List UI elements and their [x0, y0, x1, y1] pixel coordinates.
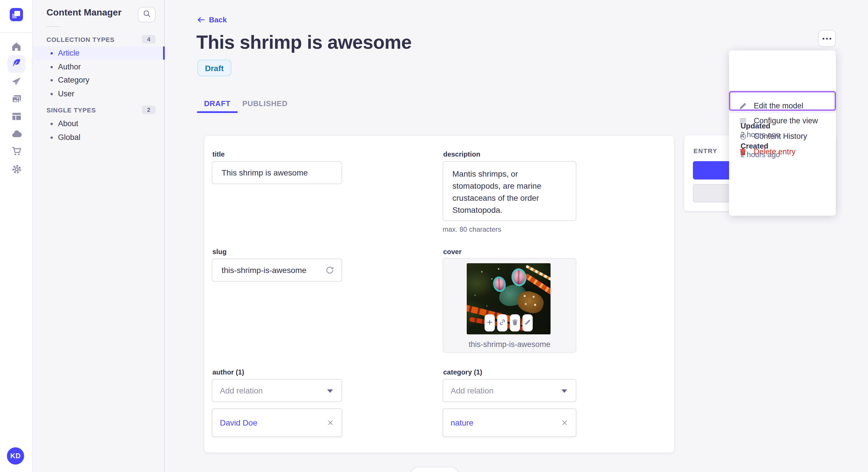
content-manager-subnav: Content Manager COLLECTION TYPES 4 Artic…	[33, 0, 165, 472]
bullet-icon	[51, 93, 53, 95]
active-tab-indicator	[197, 111, 238, 113]
search-button[interactable]	[138, 7, 156, 22]
user-avatar[interactable]: KD	[7, 447, 24, 465]
subnav-item-user[interactable]: User	[33, 87, 165, 100]
subnav-item-label: Article	[58, 49, 80, 57]
sidebar-item-content-manager[interactable]	[7, 55, 25, 73]
author-relation-combobox[interactable]: Add relation	[212, 379, 342, 402]
collection-types-count-badge: 4	[142, 35, 156, 43]
section-collection-types: COLLECTION TYPES	[46, 36, 115, 43]
relation-link[interactable]: David Doe	[220, 418, 257, 427]
pencil-icon	[524, 318, 531, 328]
subnav-item-label: About	[58, 119, 79, 128]
subnav-item-label: Global	[58, 133, 81, 142]
home-icon	[11, 42, 21, 51]
tab-published[interactable]: PUBLISHED	[238, 94, 292, 113]
subnav-item-label: Author	[58, 63, 81, 71]
chevron-down-icon	[561, 390, 567, 393]
media-actions-toolbar	[485, 314, 533, 332]
relation-link[interactable]: nature	[451, 418, 473, 427]
subnav-item-about[interactable]: About	[33, 117, 165, 130]
back-button[interactable]: Back	[197, 15, 227, 24]
more-actions-menu: Edit the model Configure the view Conten…	[729, 50, 836, 216]
tab-draft[interactable]: DRAFT	[197, 94, 238, 113]
created-value: 2 hours ago	[741, 150, 780, 159]
remove-relation-icon[interactable]	[327, 419, 334, 427]
delete-media-button[interactable]	[510, 314, 520, 332]
description-hint: max. 80 characters	[443, 225, 501, 233]
layout-icon	[11, 111, 22, 122]
strapi-logo-icon[interactable]	[10, 8, 23, 21]
active-indicator	[163, 46, 165, 60]
subnav-item-category[interactable]: Category	[33, 73, 165, 87]
cloud-icon	[11, 129, 22, 139]
content-manager-feather-icon	[11, 58, 21, 70]
subnav-title: Content Manager	[46, 7, 121, 18]
bullet-icon	[51, 136, 53, 138]
link-icon	[499, 318, 506, 328]
more-actions-button[interactable]	[818, 30, 836, 47]
tour-highlight-outline	[729, 91, 836, 111]
status-badge: Draft	[197, 60, 231, 76]
trash-icon	[512, 318, 518, 328]
edit-media-button[interactable]	[522, 314, 533, 332]
slug-field-label: slug	[212, 248, 226, 256]
section-single-types: SINGLE TYPES	[46, 107, 96, 113]
remove-relation-icon[interactable]	[561, 419, 568, 427]
gear-icon	[11, 164, 22, 174]
search-icon	[143, 9, 151, 20]
sidebar-item-deploy[interactable]	[0, 126, 33, 143]
category-field-label: category (1)	[443, 368, 482, 376]
bullet-icon	[51, 66, 53, 68]
description-field-label: description	[443, 150, 480, 158]
updated-value: 2 hours ago	[741, 130, 780, 139]
updated-label: Updated	[741, 122, 770, 130]
copy-link-button[interactable]	[497, 314, 507, 332]
bullet-icon	[51, 52, 53, 54]
description-value: Mantis shrimps, or stomatopods, are mari…	[453, 169, 541, 214]
cover-filename: this-shrimp-is-awesome	[443, 340, 577, 349]
floating-widget[interactable]	[411, 467, 458, 472]
cart-icon	[11, 146, 22, 157]
title-field-label: title	[212, 150, 225, 158]
plus-icon	[486, 318, 493, 328]
sidebar-divider	[0, 32, 33, 33]
icon-sidebar: KD	[0, 0, 33, 472]
entry-panel-heading: ENTRY	[693, 147, 718, 154]
subnav-item-label: Category	[58, 76, 90, 84]
chevron-down-icon	[327, 390, 333, 393]
category-relation-combobox[interactable]: Add relation	[443, 379, 577, 402]
cover-field-label: cover	[443, 248, 462, 256]
sidebar-item-home[interactable]	[0, 38, 33, 55]
sidebar-item-media-library[interactable]	[0, 91, 33, 108]
bullet-icon	[51, 79, 53, 81]
regenerate-slug-icon[interactable]	[326, 266, 334, 274]
description-textarea[interactable]: Mantis shrimps, or stomatopods, are mari…	[443, 161, 577, 221]
author-relation-item[interactable]: David Doe	[212, 408, 342, 437]
sidebar-item-marketplace[interactable]	[0, 143, 33, 160]
media-library-icon	[11, 94, 22, 104]
back-label: Back	[209, 15, 227, 24]
subnav-item-global[interactable]: Global	[33, 131, 165, 144]
subnav-divider	[46, 26, 60, 27]
subnav-item-author[interactable]: Author	[33, 60, 165, 73]
title-input[interactable]: This shrimp is awesome	[212, 161, 342, 184]
sidebar-item-layout[interactable]	[0, 108, 33, 125]
category-relation-item[interactable]: nature	[443, 408, 577, 437]
single-types-count-badge: 2	[142, 105, 156, 114]
sidebar-item-releases[interactable]	[0, 73, 33, 90]
add-media-button[interactable]	[485, 314, 495, 332]
author-field-label: author (1)	[212, 368, 244, 376]
strapi-admin-app: KD Content Manager COLLECTION TYPES 4 Ar…	[0, 0, 868, 472]
created-label: Created	[741, 142, 768, 150]
slug-value: this-shrimp-is-awesome	[222, 266, 307, 275]
subnav-item-article[interactable]: Article	[33, 46, 165, 60]
combobox-placeholder: Add relation	[451, 386, 493, 395]
slug-input[interactable]: this-shrimp-is-awesome	[212, 259, 342, 281]
arrow-left-icon	[197, 15, 206, 24]
combobox-placeholder: Add relation	[220, 386, 262, 395]
page-title: This shrimp is awesome	[196, 32, 412, 53]
menu-divider	[729, 112, 836, 113]
send-icon	[11, 76, 21, 86]
sidebar-item-settings[interactable]	[0, 161, 33, 178]
